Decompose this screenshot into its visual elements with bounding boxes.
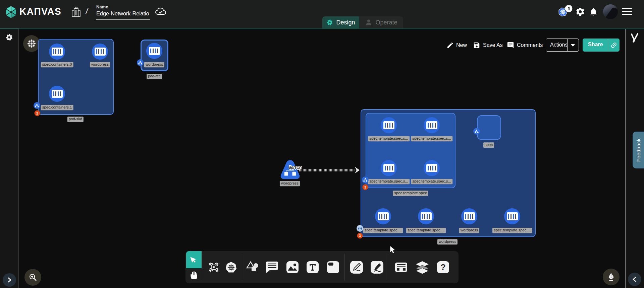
svg-text:?: ? <box>440 262 446 272</box>
